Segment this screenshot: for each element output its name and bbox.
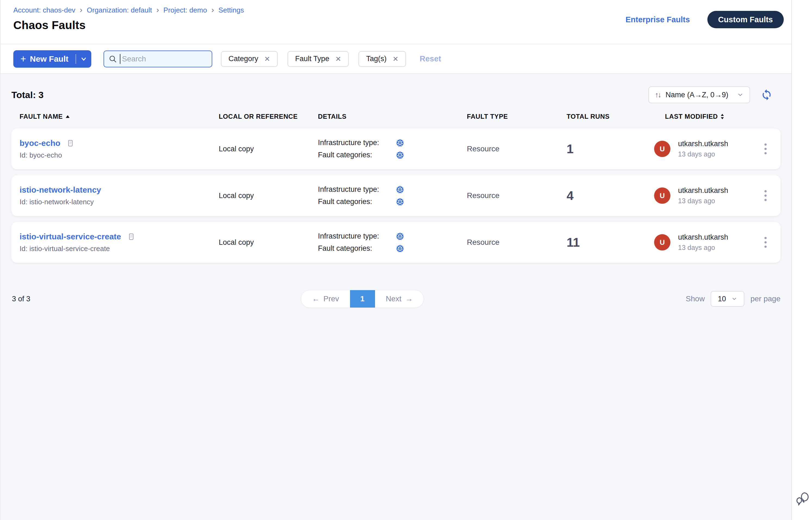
close-icon[interactable]: ✕	[392, 55, 398, 62]
page-1-button[interactable]: 1	[350, 290, 375, 308]
sort-ascending-icon	[66, 115, 70, 118]
filter-chip-category[interactable]: Category ✕	[221, 51, 278, 67]
infrastructure-type-label: Infrastructure type:	[318, 185, 396, 194]
fault-type-value: Resource	[467, 145, 566, 153]
new-fault-dropdown-button[interactable]	[76, 50, 91, 68]
local-or-reference-value: Local copy	[219, 145, 318, 153]
breadcrumb-separator-icon: ›	[156, 6, 159, 13]
fault-categories-label: Fault categories:	[318, 198, 396, 206]
refresh-icon	[761, 89, 772, 101]
fault-name-link[interactable]: istio-virtual-service-create	[20, 232, 121, 241]
help-chat-button[interactable]	[795, 492, 811, 507]
fault-table-body: byoc-echo Id: byoc-echo Local copy Infra…	[11, 129, 781, 263]
page-size-controls: Show 10 per page	[686, 291, 781, 307]
total-count: Total: 3	[11, 90, 44, 100]
kubernetes-icon	[396, 232, 404, 240]
avatar: U	[654, 234, 670, 251]
details-cell: Infrastructure type: Fault categories:	[318, 232, 467, 253]
last-modified-cell: U utkarsh.utkarsh 13 days ago	[654, 233, 751, 252]
column-header-fault-type: FAULT TYPE	[467, 113, 566, 120]
page-header: Account: chaos-dev › Organization: defau…	[1, 0, 791, 44]
new-fault-split-button: + New Fault	[13, 50, 91, 68]
main-column: Account: chaos-dev › Organization: defau…	[1, 0, 792, 520]
search-icon	[108, 55, 117, 63]
close-icon[interactable]: ✕	[264, 55, 270, 62]
fault-name-cell: byoc-echo Id: byoc-echo	[20, 138, 219, 159]
list-controls: Total: 3 ↑↓ Name (A→Z, 0→9)	[11, 86, 781, 103]
per-page-label: per page	[750, 294, 781, 303]
modified-by: utkarsh.utkarsh	[678, 186, 728, 195]
content-area: Total: 3 ↑↓ Name (A→Z, 0→9)	[1, 74, 791, 520]
pager: ← Prev 1 Next →	[301, 290, 424, 308]
table-header: FAULT NAME LOCAL OR REFERENCE DETAILS FA…	[11, 112, 781, 121]
plus-icon: +	[20, 55, 26, 63]
fault-id: Id: istio-network-latency	[20, 198, 219, 206]
modified-at: 13 days ago	[678, 150, 728, 158]
breadcrumb-project-link[interactable]: Project: demo	[163, 6, 207, 15]
modified-at: 13 days ago	[678, 197, 728, 205]
table-row: byoc-echo Id: byoc-echo Local copy Infra…	[11, 129, 781, 169]
kebab-menu-button[interactable]	[762, 187, 769, 204]
text-caret	[120, 54, 120, 64]
kubernetes-icon	[396, 151, 404, 159]
table-row: istio-virtual-service-create Id: istio-v…	[11, 222, 781, 263]
total-runs-value: 1	[566, 141, 654, 156]
chevron-down-icon	[731, 296, 737, 302]
next-page-button[interactable]: Next →	[375, 290, 424, 308]
chip-label: Category	[229, 55, 258, 63]
infrastructure-type-label: Infrastructure type:	[318, 138, 396, 147]
sort-controls: ↑↓ Name (A→Z, 0→9)	[649, 86, 773, 103]
filter-chip-fault-type[interactable]: Fault Type ✕	[287, 51, 349, 67]
close-icon[interactable]: ✕	[335, 55, 341, 62]
pagination-row: 3 of 3 ← Prev 1 Next → Show 10	[11, 290, 781, 308]
fault-name-link[interactable]: byoc-echo	[20, 138, 60, 148]
column-header-fault-name[interactable]: FAULT NAME	[20, 113, 219, 120]
right-gutter	[792, 0, 812, 520]
avatar: U	[654, 141, 670, 157]
breadcrumb-account-link[interactable]: Account: chaos-dev	[13, 6, 75, 15]
kubernetes-icon	[396, 198, 404, 206]
kubernetes-icon	[396, 244, 404, 253]
prev-page-button[interactable]: ← Prev	[301, 290, 350, 308]
breadcrumb-settings-link[interactable]: Settings	[219, 6, 244, 15]
page-summary: 3 of 3	[12, 295, 30, 303]
arrow-left-icon: ←	[312, 294, 320, 303]
chip-label: Tag(s)	[366, 55, 386, 63]
kebab-menu-button[interactable]	[762, 141, 769, 157]
fault-name-link[interactable]: istio-network-latency	[20, 185, 101, 194]
local-or-reference-value: Local copy	[219, 191, 318, 200]
fault-type-value: Resource	[467, 238, 566, 247]
breadcrumb-organization-link[interactable]: Organization: default	[87, 6, 152, 15]
local-or-reference-value: Local copy	[219, 238, 318, 247]
fault-type-value: Resource	[467, 191, 566, 200]
search-box	[104, 51, 212, 68]
new-fault-button[interactable]: + New Fault	[13, 50, 76, 68]
filter-chip-tags[interactable]: Tag(s) ✕	[358, 51, 406, 67]
custom-faults-button[interactable]: Custom Faults	[707, 11, 784, 28]
total-runs-value: 4	[566, 188, 654, 203]
column-header-last-modified[interactable]: LAST MODIFIED	[654, 113, 751, 120]
faults-scope-switch: Enterprise Faults Custom Faults	[626, 11, 784, 28]
page-size-dropdown[interactable]: 10	[711, 291, 744, 307]
sort-both-icon	[720, 113, 724, 120]
refresh-button[interactable]	[760, 88, 773, 101]
modified-at: 13 days ago	[678, 244, 728, 252]
table-row: istio-network-latency Id: istio-network-…	[11, 175, 781, 216]
fault-categories-label: Fault categories:	[318, 244, 396, 253]
chevron-down-icon	[80, 55, 87, 62]
sort-dropdown[interactable]: ↑↓ Name (A→Z, 0→9)	[649, 86, 750, 103]
fault-name-cell: istio-network-latency Id: istio-network-…	[20, 185, 219, 206]
details-cell: Infrastructure type: Fault categories:	[318, 138, 467, 159]
manifest-doc-icon	[66, 139, 74, 147]
chaos-faults-page: Account: chaos-dev › Organization: defau…	[0, 0, 812, 520]
last-modified-cell: U utkarsh.utkarsh 13 days ago	[654, 140, 751, 158]
fault-name-cell: istio-virtual-service-create Id: istio-v…	[20, 232, 219, 253]
sort-arrows-icon: ↑↓	[655, 91, 661, 99]
kebab-menu-button[interactable]	[762, 234, 769, 251]
kubernetes-icon	[396, 139, 404, 147]
enterprise-faults-link[interactable]: Enterprise Faults	[626, 15, 690, 24]
last-modified-cell: U utkarsh.utkarsh 13 days ago	[654, 186, 751, 205]
chevron-down-icon	[737, 92, 743, 98]
reset-filters-link[interactable]: Reset	[420, 54, 441, 63]
kubernetes-icon	[396, 186, 404, 194]
